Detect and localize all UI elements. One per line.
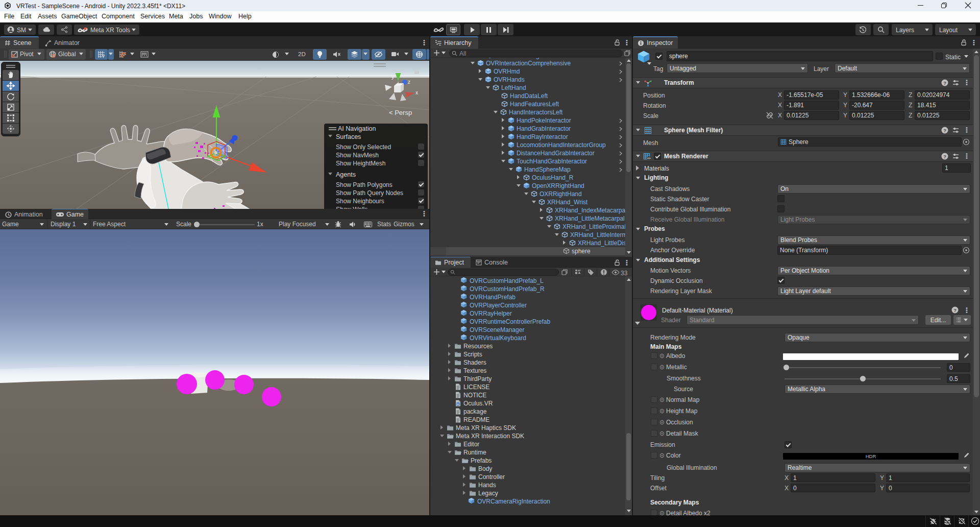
svg-text:?: ? — [943, 80, 946, 86]
svg-text:z: z — [408, 79, 410, 85]
svg-text:x: x — [415, 90, 418, 95]
svg-text:< Persp: < Persp — [389, 109, 412, 116]
svg-text:y: y — [391, 74, 395, 80]
svg-text:?: ? — [943, 154, 946, 159]
svg-text:?: ? — [953, 307, 957, 313]
svg-text:?: ? — [943, 128, 946, 133]
svg-text:Y: Y — [102, 54, 105, 59]
